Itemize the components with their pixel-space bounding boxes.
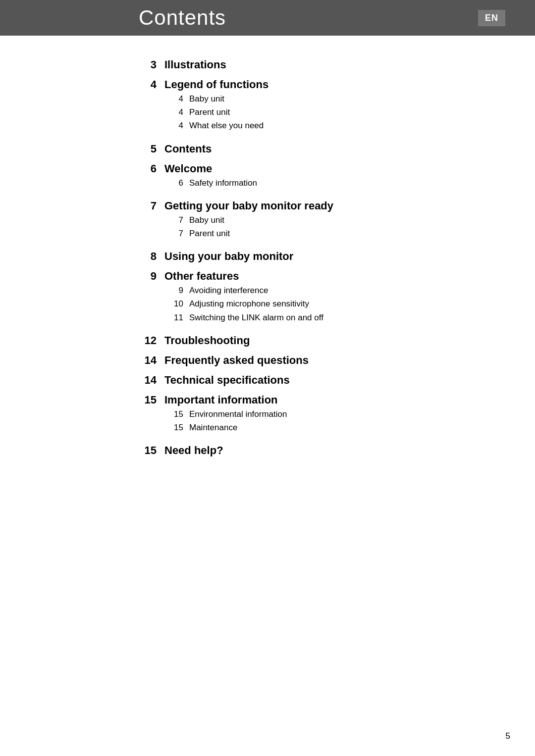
toc-main-label: Welcome [164, 157, 212, 176]
toc-sub-entries: 6Safety information [172, 176, 485, 190]
toc-sub-num: 10 [172, 299, 189, 309]
toc-main-entry: 4Legend of functions [139, 73, 485, 92]
toc-sub-label: Safety information [189, 176, 257, 190]
toc-main-entry: 3Illustrations [139, 53, 485, 72]
toc-main-num: 3 [139, 58, 164, 71]
toc-sub-num: 9 [172, 286, 189, 296]
toc-main-entry: 14Technical specifications [139, 369, 485, 388]
toc-main-num: 14 [139, 374, 164, 387]
toc-main-label: Legend of functions [164, 73, 268, 92]
toc-sub-num: 4 [172, 94, 189, 104]
toc-main-label: Getting your baby monitor ready [164, 195, 333, 213]
toc-sub-entries: 4Baby unit4Parent unit4What else you nee… [172, 92, 485, 133]
toc-main-num: 7 [139, 200, 164, 212]
toc-sub-entry: 4What else you need [172, 119, 485, 132]
toc-main-label: Other features [164, 265, 239, 284]
toc-sub-entries: 15Environmental information15Maintenance [172, 407, 485, 434]
toc-main-label: Technical specifications [164, 369, 290, 388]
toc-sub-label: Avoiding interference [189, 284, 268, 297]
toc-main-label: Frequently asked questions [164, 349, 309, 368]
toc-sub-num: 4 [172, 107, 189, 117]
toc-sub-entry: 7Baby unit [172, 213, 485, 227]
toc-main-label: Need help? [164, 439, 223, 458]
toc-sub-label: Maintenance [189, 421, 237, 434]
toc-main-label: Illustrations [164, 53, 226, 72]
toc-sub-num: 11 [172, 313, 189, 323]
toc-sub-num: 7 [172, 215, 189, 225]
toc-main-entry: 12Troubleshooting [139, 329, 485, 348]
toc-main-entry: 7Getting your baby monitor ready [139, 195, 485, 213]
toc-main-num: 14 [139, 354, 164, 367]
toc-sub-entry: 9Avoiding interference [172, 284, 485, 297]
toc-main-num: 9 [139, 270, 164, 283]
toc-sub-label: Environmental information [189, 407, 287, 421]
language-badge: EN [478, 10, 505, 26]
toc-main-label: Important information [164, 389, 278, 407]
toc-main-entry: 15Important information [139, 389, 485, 407]
toc-main-num: 15 [139, 444, 164, 457]
toc-sub-num: 4 [172, 121, 189, 131]
toc-main-entry: 14Frequently asked questions [139, 349, 485, 368]
toc-sub-entry: 4Baby unit [172, 92, 485, 105]
toc-sub-entry: 15Maintenance [172, 421, 485, 434]
toc-main-num: 12 [139, 334, 164, 347]
toc-sub-num: 15 [172, 423, 189, 433]
page-number: 5 [506, 731, 510, 741]
toc-main-num: 6 [139, 162, 164, 175]
toc-sub-label: Baby unit [189, 213, 224, 227]
toc-sub-entries: 9Avoiding interference10Adjusting microp… [172, 284, 485, 324]
toc-main-num: 8 [139, 250, 164, 263]
toc-sub-label: Adjusting microphone sensitivity [189, 297, 309, 310]
toc-main-entry: 15Need help? [139, 439, 485, 458]
toc-main-entry: 9Other features [139, 265, 485, 284]
toc-sub-entry: 11Switching the LINK alarm on and off [172, 311, 485, 324]
toc-sub-entry: 15Environmental information [172, 407, 485, 421]
toc-sub-label: What else you need [189, 119, 264, 132]
toc-main-num: 15 [139, 394, 164, 406]
toc-sub-label: Parent unit [189, 227, 230, 240]
content-area: 3Illustrations4Legend of functions4Baby … [0, 36, 535, 489]
toc-sub-label: Parent unit [189, 105, 230, 119]
toc-sub-entry: 6Safety information [172, 176, 485, 190]
toc-main-label: Contents [164, 138, 212, 156]
toc-main-entry: 5Contents [139, 138, 485, 156]
toc-sub-num: 7 [172, 229, 189, 239]
toc-sub-label: Baby unit [189, 92, 224, 105]
toc-main-entry: 6Welcome [139, 157, 485, 176]
toc-main-num: 4 [139, 78, 164, 91]
header-bar: Contents EN [0, 0, 535, 36]
page-title: Contents [139, 6, 226, 30]
toc-sub-num: 15 [172, 409, 189, 419]
toc-sub-label: Switching the LINK alarm on and off [189, 311, 323, 324]
toc-main-num: 5 [139, 143, 164, 155]
toc-sub-num: 6 [172, 178, 189, 188]
toc-sub-entry: 10Adjusting microphone sensitivity [172, 297, 485, 310]
toc-main-label: Using your baby monitor [164, 245, 293, 264]
toc-sub-entry: 4Parent unit [172, 105, 485, 119]
toc-sub-entry: 7Parent unit [172, 227, 485, 240]
toc-main-label: Troubleshooting [164, 329, 250, 348]
toc-sub-entries: 7Baby unit7Parent unit [172, 213, 485, 240]
toc-main-entry: 8Using your baby monitor [139, 245, 485, 264]
